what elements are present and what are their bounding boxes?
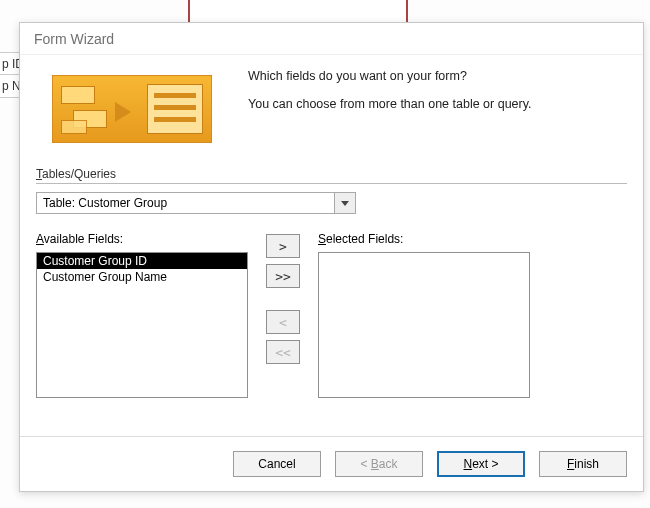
divider xyxy=(36,183,627,184)
available-fields-label: Available Fields: xyxy=(36,232,248,246)
available-field-item[interactable]: Customer Group Name xyxy=(37,269,247,285)
tables-queries-combo[interactable] xyxy=(36,192,356,214)
next-button[interactable]: Next > xyxy=(437,451,525,477)
remove-field-button: < xyxy=(266,310,300,334)
available-field-item[interactable]: Customer Group ID xyxy=(37,253,247,269)
tables-queries-dropdown-button[interactable] xyxy=(334,192,356,214)
intro-line-1: Which fields do you want on your form? xyxy=(248,69,532,83)
dialog-title: Form Wizard xyxy=(20,23,643,55)
add-field-button[interactable]: > xyxy=(266,234,300,258)
field-mover-buttons: > >> < << xyxy=(266,232,300,398)
selected-fields-listbox[interactable] xyxy=(318,252,530,398)
back-button: < Back xyxy=(335,451,423,477)
tables-queries-input[interactable] xyxy=(36,192,334,214)
selected-fields-label: Selected Fields: xyxy=(318,232,530,246)
available-fields-listbox[interactable]: Customer Group IDCustomer Group Name xyxy=(36,252,248,398)
intro-line-2: You can choose from more than one table … xyxy=(248,97,532,111)
intro-text: Which fields do you want on your form? Y… xyxy=(248,65,532,153)
tables-queries-label: Tables/Queries xyxy=(36,167,627,181)
form-wizard-dialog: Form Wizard Which fields do you want on … xyxy=(19,22,644,492)
wizard-graphic xyxy=(36,65,228,153)
chevron-down-icon xyxy=(341,201,349,206)
add-all-fields-button[interactable]: >> xyxy=(266,264,300,288)
dialog-footer: Cancel < Back Next > Finish xyxy=(20,436,643,491)
finish-button[interactable]: Finish xyxy=(539,451,627,477)
dialog-content: Which fields do you want on your form? Y… xyxy=(20,55,643,436)
remove-all-fields-button: << xyxy=(266,340,300,364)
cancel-button[interactable]: Cancel xyxy=(233,451,321,477)
